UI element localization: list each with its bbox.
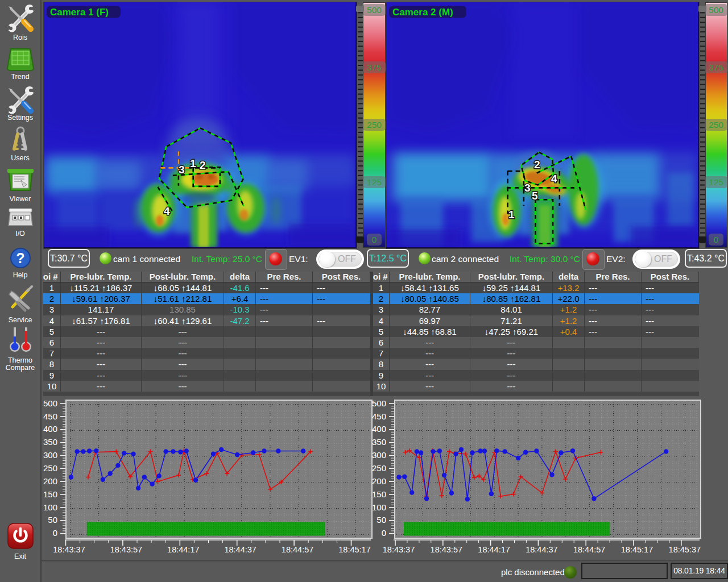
svg-text:3: 3 [179, 164, 185, 176]
svg-text:3: 3 [524, 182, 531, 194]
svg-text:Camera 1 (F): Camera 1 (F) [50, 7, 109, 18]
svg-text:2: 2 [534, 159, 540, 171]
svg-text:4: 4 [164, 205, 170, 217]
svg-text:?: ? [16, 250, 24, 266]
svg-text:1: 1 [508, 209, 515, 221]
svg-text:Camera 2 (M): Camera 2 (M) [392, 7, 453, 18]
svg-text:1: 1 [190, 157, 196, 169]
svg-text:4: 4 [551, 173, 557, 185]
svg-text:2: 2 [200, 159, 206, 171]
svg-text:5: 5 [532, 190, 538, 202]
